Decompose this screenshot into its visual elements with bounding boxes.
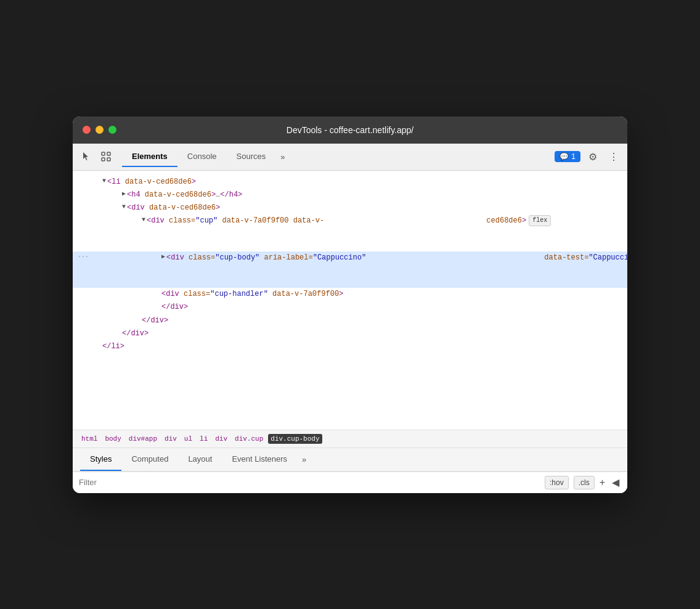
tag: > [211,189,216,201]
tab-console[interactable]: Console [177,147,227,167]
bottom-tab-more[interactable]: » [297,449,311,470]
attr-value: "cup-handler" [210,288,268,300]
window-title: DevTools - coffee-cart.netlify.app/ [287,125,413,135]
attr-value: "cup-body" [215,252,259,264]
attr-name: data-v- [293,215,324,227]
cls-button[interactable]: .cls [574,476,595,489]
attr-value: "cup" [195,215,218,227]
line-dots [78,341,90,351]
svg-rect-3 [107,158,110,161]
breadcrumb-ul[interactable]: ul [182,434,195,444]
bottom-tabs: Styles Computed Layout Event Listeners » [73,448,627,472]
tag: </div> [142,315,168,327]
attr-name: class= [169,215,195,227]
selected-html-line[interactable]: ··· ▶ <div class="cup-body" aria-label="… [73,251,627,288]
toolbar-actions: 💬 1 ⚙ ⋮ [555,148,622,165]
triangle-icon[interactable]: ▶ [161,252,165,262]
plain [259,252,264,264]
maximize-button[interactable] [108,126,116,134]
notification-count: 1 [571,152,576,161]
breadcrumb-body[interactable]: body [102,434,123,444]
html-line[interactable]: </div> [73,327,627,340]
html-line[interactable]: ▶ <h4 data-v-ced68de6 > … </h4> [73,189,627,202]
svg-rect-1 [102,158,105,161]
toolbar-tabs: Elements Console Sources » [117,147,552,167]
traffic-lights [83,126,116,134]
breadcrumb-divcupbody[interactable]: div.cup-body [268,434,322,444]
line-dots [78,202,90,212]
tag: > [192,176,196,188]
hov-button[interactable]: :hov [545,476,569,489]
tag: <div [147,215,169,227]
breadcrumb: html body div#app div ul li div div.cup … [73,430,627,448]
filter-input[interactable] [79,478,540,487]
attr-value: "Cappuccino" [313,252,366,264]
minimize-button[interactable] [96,126,104,134]
filter-bar: :hov .cls + ◀ [73,472,627,493]
attr-name: ced68de6 [486,215,522,227]
tag: </div> [122,328,149,340]
attr-name: data-v-7a0f9f00 [272,288,339,300]
breadcrumb-li[interactable]: li [197,434,210,444]
line-dots [78,288,90,298]
tag: <li [107,176,125,188]
ellipsis: … [216,189,220,201]
triangle-icon[interactable]: ▶ [122,189,126,199]
line-dots [78,176,90,186]
tab-event-listeners[interactable]: Event Listeners [222,448,297,471]
add-style-button[interactable]: + [600,477,605,488]
tag: > [216,202,220,214]
attr-name: class= [184,288,210,300]
tab-elements[interactable]: Elements [122,147,177,167]
triangle-icon[interactable]: ▼ [122,202,126,212]
attr-value: "Cappuccino" [588,252,627,264]
html-line[interactable]: </div> [73,314,627,327]
breadcrumb-divcup[interactable]: div.cup [232,434,266,444]
settings-button[interactable]: ⚙ [584,148,601,165]
attr-name: aria-label= [264,252,312,264]
triangle-icon[interactable]: ▼ [102,176,106,186]
more-menu-button[interactable]: ⋮ [605,148,622,165]
attr-name: data-v-ced68de6 [145,189,211,201]
breadcrumb-div1[interactable]: div [162,434,179,444]
html-line[interactable]: <div class="cup-handler" data-v-7a0f9f00… [73,288,627,301]
tag: </div> [161,301,188,313]
toolbar: Elements Console Sources » 💬 1 ⚙ ⋮ [73,144,627,171]
line-dots [78,315,90,325]
html-line[interactable]: </li> [73,340,627,353]
svg-rect-0 [102,152,105,155]
html-line[interactable]: </div> [73,301,627,314]
titlebar: DevTools - coffee-cart.netlify.app/ [73,116,627,144]
tab-computed[interactable]: Computed [121,448,178,471]
triangle-icon[interactable]: ▼ [142,215,145,225]
flex-badge[interactable]: flex [529,215,551,226]
html-line[interactable]: ▼ <div class="cup" data-v-7a0f9f00 data-… [73,215,627,251]
notification-badge[interactable]: 💬 1 [555,151,580,162]
html-line[interactable]: ▼ <li data-v-ced68de6 > [73,176,627,189]
chat-icon: 💬 [560,152,569,161]
close-button[interactable] [83,126,91,134]
breadcrumb-div2[interactable]: div [213,434,230,444]
cursor-icon[interactable] [78,148,95,165]
tag: <div [166,252,189,264]
plain [218,215,222,227]
line-dots [78,328,90,338]
collapse-button[interactable]: ◀ [610,477,621,488]
tab-layout[interactable]: Layout [178,448,222,471]
tab-more[interactable]: » [275,147,290,166]
line-dots [78,301,90,311]
line-dots [78,189,90,199]
html-line[interactable]: ▼ <div data-v-ced68de6 > [73,202,627,215]
devtools-window: DevTools - coffee-cart.netlify.app/ Elem… [73,116,627,493]
elements-panel: ▼ <li data-v-ced68de6 > ▶ <h4 data-v-ced… [73,171,627,430]
line-dots [78,215,90,225]
inspect-icon[interactable] [97,148,115,165]
tag: <div [127,202,149,214]
breadcrumb-divapp[interactable]: div#app [126,434,160,444]
tab-sources[interactable]: Sources [227,147,276,167]
breadcrumb-html[interactable]: html [79,434,100,444]
tab-styles[interactable]: Styles [80,448,121,471]
plain [289,215,293,227]
plain [268,288,272,300]
tag: <h4 [127,189,145,201]
